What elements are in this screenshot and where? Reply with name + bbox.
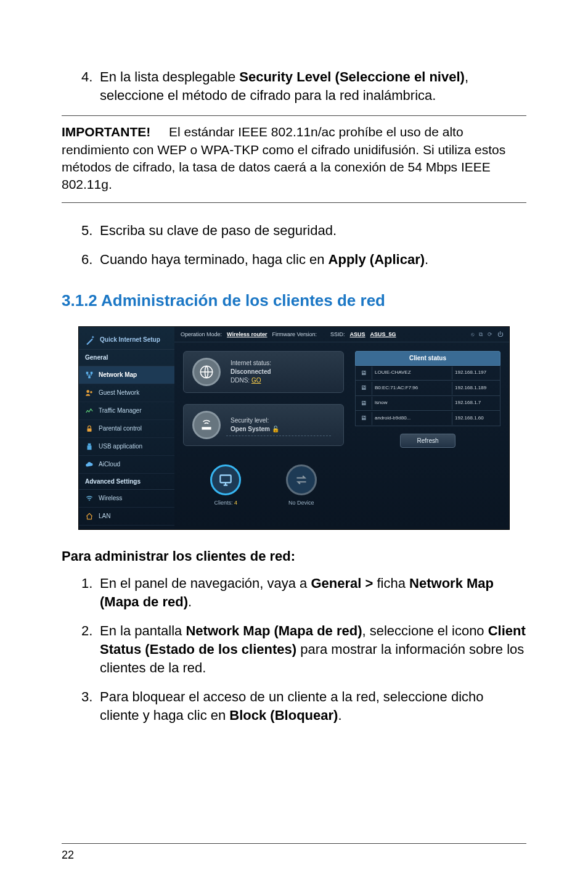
- p2-mid: , seleccione el icono: [362, 623, 488, 638]
- sidebar-item-label: AiCloud: [99, 460, 120, 469]
- p1-b1: General >: [311, 576, 377, 591]
- client-status-header: Client status: [355, 351, 500, 366]
- lan-icon: [85, 512, 94, 521]
- sidebar-item-aicloud[interactable]: AiCloud: [79, 456, 174, 474]
- step-6: 6. Cuando haya terminado, haga clic en A…: [62, 250, 526, 269]
- top-icons: ⎋ ⧉ ⟳ ⏻: [471, 331, 503, 338]
- usb-icon: [85, 442, 94, 451]
- sidebar-item-label: Wireless: [99, 494, 122, 503]
- sidebar-item-wireless[interactable]: Wireless: [79, 490, 174, 508]
- proc-step-2: 2. En la pantalla Network Map (Mapa de r…: [62, 622, 526, 677]
- p1-pre: En el panel de navegación, vaya a: [100, 576, 311, 591]
- internet-status-text: Internet status: Disconnected DDNS: GO: [231, 359, 271, 385]
- proc-step-3: 3. Para bloquear el acceso de un cliente…: [62, 688, 526, 724]
- p1-post: .: [188, 594, 192, 609]
- arrows-icon: [286, 464, 317, 495]
- cloud-icon: [85, 460, 94, 469]
- wifi-icon: [85, 494, 94, 503]
- svg-rect-2: [88, 376, 91, 378]
- security-level-value: Open System: [231, 426, 272, 432]
- svg-rect-1: [91, 371, 93, 374]
- step-5-text: Escriba su clave de paso de seguridad.: [100, 221, 526, 240]
- step-5: 5. Escriba su clave de paso de seguridad…: [62, 221, 526, 240]
- client-row[interactable]: 🖥 isnow 192.168.1.7: [355, 396, 500, 411]
- main-content: Internet status: Disconnected DDNS: GO S…: [174, 342, 509, 524]
- sidebar-item-guest-network[interactable]: Guest Network: [79, 384, 174, 402]
- proc-step-3-body: Para bloquear el acceso de un cliente a …: [100, 688, 526, 724]
- client-ip: 192.168.1.197: [452, 366, 500, 379]
- subsection-heading: Para administrar los clientes de red:: [62, 547, 526, 566]
- clients-button[interactable]: Clients: 4: [192, 464, 260, 506]
- svg-rect-5: [88, 428, 92, 431]
- proc-step-2-number: 2.: [81, 622, 100, 677]
- client-name: B0:EC:71:AC:F7:96: [372, 382, 452, 395]
- client-ip: 192.168.1.60: [452, 412, 500, 425]
- sidebar: Quick Internet Setup General Network Map…: [79, 327, 174, 529]
- wand-icon: [85, 334, 96, 345]
- step-6-number: 6.: [81, 250, 100, 269]
- lock-icon: [85, 424, 94, 433]
- step-6-post: .: [425, 252, 428, 267]
- svg-rect-6: [88, 443, 91, 445]
- sidebar-item-traffic-manager[interactable]: Traffic Manager: [79, 402, 174, 420]
- page-number: 22: [62, 843, 526, 862]
- internet-status-value: Disconnected: [231, 368, 271, 376]
- proc-step-1-body: En el panel de navegación, vaya a Genera…: [100, 574, 526, 611]
- client-icon: 🖥: [356, 411, 372, 426]
- p3-b1: Block (Bloquear): [229, 708, 338, 723]
- router-circle-icon: [192, 411, 221, 439]
- step-4-number: 4.: [81, 68, 100, 104]
- copy-icon[interactable]: ⧉: [479, 331, 483, 338]
- opmode-link[interactable]: Wireless router: [227, 331, 267, 338]
- internet-status-card[interactable]: Internet status: Disconnected DDNS: GO: [183, 351, 344, 393]
- ssid-label: SSID:: [330, 331, 345, 338]
- p2-b1: Network Map (Mapa de red): [186, 623, 362, 638]
- svg-point-4: [90, 391, 92, 394]
- globe-icon[interactable]: ⎋: [471, 331, 474, 338]
- network-icon: [85, 371, 94, 379]
- client-name: isnow: [372, 397, 452, 410]
- step-6-pre: Cuando haya terminado, haga clic en: [100, 252, 329, 267]
- note-label: IMPORTANTE!: [62, 125, 150, 139]
- client-name: android-b9d80...: [372, 412, 452, 425]
- status-cards: Internet status: Disconnected DDNS: GO S…: [183, 351, 344, 515]
- sidebar-item-parental-control[interactable]: Parental control: [79, 420, 174, 438]
- client-row[interactable]: 🖥 LOUIE-CHAVEZ 192.168.1.197: [355, 366, 500, 381]
- quick-internet-setup[interactable]: Quick Internet Setup: [79, 331, 174, 350]
- client-ip: 192.168.1.189: [452, 382, 500, 395]
- sidebar-item-label: Traffic Manager: [99, 406, 141, 415]
- qis-label: Quick Internet Setup: [100, 336, 160, 344]
- fw-label: Firmware Version:: [272, 331, 317, 338]
- client-icon: 🖥: [356, 381, 372, 395]
- sidebar-item-network-map[interactable]: Network Map: [79, 366, 174, 384]
- important-note: IMPORTANTE! El estándar IEEE 802.11n/ac …: [62, 115, 526, 202]
- p3-post: .: [338, 708, 341, 723]
- svg-rect-7: [88, 445, 92, 450]
- sidebar-item-lan[interactable]: LAN: [79, 508, 174, 526]
- client-icon: 🖥: [356, 366, 372, 381]
- step-6-bold: Apply (Aplicar): [329, 252, 425, 267]
- client-row[interactable]: 🖥 android-b9d80... 192.168.1.60: [355, 411, 500, 426]
- ssid1-link[interactable]: ASUS: [350, 331, 365, 338]
- sidebar-item-usb-application[interactable]: USB application: [79, 438, 174, 456]
- proc-step-1: 1. En el panel de navegación, vaya a Gen…: [62, 574, 526, 611]
- ddns-go-link[interactable]: GO: [251, 377, 261, 384]
- usb-device-button[interactable]: No Device: [267, 464, 336, 506]
- sidebar-item-label: Parental control: [99, 424, 142, 433]
- refresh-icon[interactable]: ⟳: [488, 331, 492, 338]
- step-4: 4. En la lista desplegable Security Leve…: [62, 68, 526, 104]
- opmode-label: Operation Mode:: [181, 331, 222, 338]
- monitor-icon: [210, 464, 241, 495]
- step-4-body: En la lista desplegable Security Level (…: [100, 68, 526, 104]
- sidebar-item-label: Network Map: [99, 371, 137, 379]
- refresh-button[interactable]: Refresh: [400, 434, 455, 448]
- ddns-label: DDNS:: [231, 377, 251, 384]
- security-level-card[interactable]: Security level: Open System 🔓: [183, 404, 344, 446]
- sidebar-advanced-header: Advanced Settings: [79, 474, 174, 490]
- svg-point-3: [86, 390, 89, 393]
- ssid2-link[interactable]: ASUS_5G: [370, 331, 396, 338]
- client-row[interactable]: 🖥 B0:EC:71:AC:F7:96 192.168.1.189: [355, 381, 500, 396]
- power-icon[interactable]: ⏻: [497, 331, 503, 338]
- section-heading: 3.1.2 Administración de los clientes de …: [62, 290, 526, 311]
- clients-label: Clients:: [214, 500, 234, 506]
